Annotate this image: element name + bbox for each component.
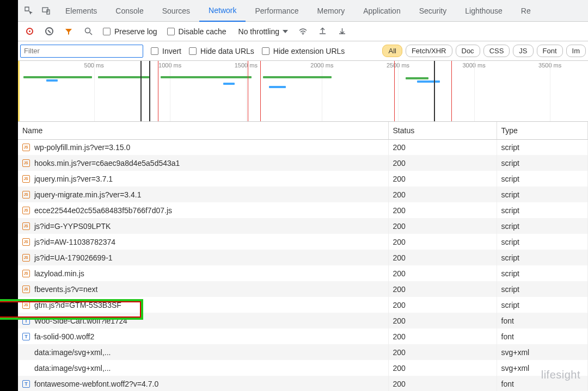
request-name: jquery.min.js?ver=3.7.1 — [34, 175, 113, 183]
network-waterfall[interactable]: 500 ms1000 ms1500 ms2000 ms2500 ms3000 m… — [18, 61, 588, 122]
table-row[interactable]: js?id=AW-11038782374200script — [18, 234, 588, 250]
table-row[interactable]: jquery-migrate.min.js?ver=3.4.1200script — [18, 187, 588, 202]
request-name: hooks.min.js?ver=c6aec9a8d4e5a5d543a1 — [34, 159, 180, 167]
table-row[interactable]: hooks.min.js?ver=c6aec9a8d4e5a5d543a1200… — [18, 155, 588, 171]
column-header-status[interactable]: Status — [388, 122, 497, 139]
checkbox-icon — [103, 28, 111, 35]
preserve-log-label: Preserve log — [114, 27, 157, 36]
tab-console[interactable]: Console — [106, 0, 152, 22]
svg-point-4 — [302, 34, 303, 35]
table-row[interactable]: data:image/svg+xml,...200svg+xml — [18, 344, 588, 360]
font-file-icon — [22, 317, 30, 325]
tab-application[interactable]: Application — [354, 0, 410, 22]
invert-checkbox[interactable]: Invert — [151, 47, 181, 55]
watermark-text: lifesight — [541, 369, 580, 381]
request-type: script — [497, 234, 588, 250]
type-filter-pills: AllFetch/XHRDocCSSJSFontIm — [382, 45, 586, 57]
request-status: 200 — [388, 313, 497, 328]
filter-pill-fetchxhr[interactable]: Fetch/XHR — [406, 45, 452, 57]
request-type: script — [497, 250, 588, 265]
network-conditions-icon[interactable] — [298, 27, 308, 36]
request-type: script — [497, 171, 588, 187]
search-icon[interactable] — [83, 27, 93, 36]
filter-toggle-icon[interactable] — [64, 27, 74, 36]
filter-pill-css[interactable]: CSS — [483, 45, 510, 57]
column-header-name[interactable]: Name — [18, 122, 388, 139]
preserve-log-checkbox[interactable]: Preserve log — [103, 27, 157, 36]
clear-button[interactable] — [44, 27, 54, 36]
filter-pill-font[interactable]: Font — [537, 45, 563, 57]
checkbox-icon — [189, 47, 197, 55]
request-type: script — [497, 297, 588, 313]
waterfall-bars — [18, 75, 588, 89]
tab-elements[interactable]: Elements — [56, 0, 106, 22]
tab-security[interactable]: Security — [410, 0, 456, 22]
tab-memory[interactable]: Memory — [308, 0, 354, 22]
request-status: 200 — [388, 281, 497, 297]
filter-pill-im[interactable]: Im — [566, 45, 586, 57]
waterfall-ticks: 500 ms1000 ms1500 ms2000 ms2500 ms3000 m… — [18, 61, 588, 71]
script-file-icon — [22, 175, 30, 183]
request-name: gtm.js?id=GTM-5S3B3SF — [34, 301, 121, 309]
tab-sources[interactable]: Sources — [153, 0, 199, 22]
tab-network[interactable]: Network — [199, 0, 246, 22]
tab-re[interactable]: Re — [512, 0, 540, 22]
table-row[interactable]: js?id=UA-179026699-1200script — [18, 250, 588, 265]
table-row[interactable]: fontawesome-webfont.woff2?v=4.7.0200font — [18, 376, 588, 391]
checkbox-icon — [167, 28, 175, 35]
table-row[interactable]: wp-polyfill.min.js?ver=3.15.0200script — [18, 139, 588, 155]
inspect-icon[interactable] — [21, 3, 36, 18]
request-name: wp-polyfill.min.js?ver=3.15.0 — [34, 143, 130, 152]
table-row[interactable]: Woo-Side-Cart.woff?le17z4200font — [18, 313, 588, 328]
tab-lighthouse[interactable]: Lighthouse — [456, 0, 512, 22]
network-table: Name Status Type wp-polyfill.min.js?ver=… — [18, 122, 588, 391]
filter-pill-all[interactable]: All — [382, 45, 402, 57]
filter-input[interactable] — [21, 45, 143, 57]
table-row[interactable]: ecce22544e02c55a68483f5b766f7d07.js200sc… — [18, 202, 588, 218]
script-file-icon — [22, 207, 30, 214]
record-button[interactable] — [24, 27, 34, 36]
export-har-icon[interactable] — [317, 27, 327, 36]
script-file-icon — [22, 144, 30, 151]
table-row[interactable]: lazyload.min.js200script — [18, 265, 588, 281]
record-icon — [26, 28, 33, 35]
table-row[interactable]: fa-solid-900.woff2200font — [18, 328, 588, 344]
script-file-icon — [22, 301, 30, 309]
request-name: js?id=AW-11038782374 — [34, 238, 115, 246]
column-header-type[interactable]: Type — [497, 122, 588, 139]
request-type: script — [497, 265, 588, 281]
request-name: lazyload.min.js — [34, 269, 84, 278]
request-name: data:image/svg+xml,... — [34, 348, 111, 357]
table-row[interactable]: data:image/svg+xml,...200svg+xml — [18, 360, 588, 376]
request-type: script — [497, 139, 588, 155]
disable-cache-checkbox[interactable]: Disable cache — [167, 27, 226, 36]
script-file-icon — [22, 159, 30, 167]
request-type: script — [497, 187, 588, 202]
request-type: font — [497, 313, 588, 328]
script-file-icon — [22, 191, 30, 198]
request-type: svg+xml — [497, 344, 588, 360]
request-type: script — [497, 202, 588, 218]
device-toggle-icon[interactable] — [39, 3, 54, 18]
request-name: ecce22544e02c55a68483f5b766f7d07.js — [34, 206, 172, 215]
filter-pill-doc[interactable]: Doc — [456, 45, 480, 57]
tab-performance[interactable]: Performance — [246, 0, 308, 22]
script-file-icon — [22, 222, 30, 230]
throttling-value: No throttling — [238, 27, 279, 36]
table-row[interactable]: gtm.js?id=GTM-5S3B3SF200script — [18, 297, 588, 313]
request-name: data:image/svg+xml,... — [34, 364, 111, 373]
table-row[interactable]: fbevents.js?v=next200script — [18, 281, 588, 297]
request-status: 200 — [388, 297, 497, 313]
hide-extension-urls-checkbox[interactable]: Hide extension URLs — [262, 47, 345, 55]
filter-pill-js[interactable]: JS — [513, 45, 533, 57]
hide-data-urls-checkbox[interactable]: Hide data URLs — [189, 47, 254, 55]
table-row[interactable]: js?id=G-YYPS09LPTK200script — [18, 218, 588, 234]
svg-point-2 — [85, 28, 90, 33]
request-status: 200 — [388, 360, 497, 376]
request-status: 200 — [388, 376, 497, 391]
table-row[interactable]: jquery.min.js?ver=3.7.1200script — [18, 171, 588, 187]
import-har-icon[interactable] — [337, 27, 347, 36]
request-name: fbevents.js?v=next — [34, 285, 97, 294]
throttling-select[interactable]: No throttling — [236, 27, 288, 36]
network-filterbar: Invert Hide data URLs Hide extension URL… — [18, 41, 588, 61]
